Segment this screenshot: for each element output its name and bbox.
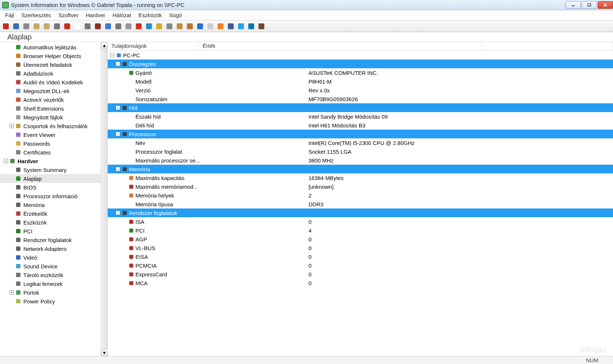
level-icon[interactable]: [93, 22, 102, 31]
maximize-button[interactable]: [582, 1, 597, 9]
tree-item-bios[interactable]: BIOS: [0, 183, 101, 192]
detail-row[interactable]: PCMCIA0: [108, 261, 613, 270]
list-icon[interactable]: [114, 22, 123, 31]
tree-item-logikai-lemezek[interactable]: Logikai lemezek: [0, 279, 101, 288]
expander-icon[interactable]: −: [4, 159, 8, 163]
detail-row[interactable]: Memória helyek2: [108, 191, 613, 200]
expander-icon[interactable]: −: [116, 106, 120, 110]
menu-hálózat[interactable]: Hálózat: [109, 11, 135, 19]
detail-row[interactable]: ISA0: [108, 217, 613, 226]
detail-row[interactable]: Déli hídIntel H61 Módosítás B3: [108, 121, 613, 130]
tree-item-pci[interactable]: PCI: [0, 227, 101, 235]
detail-row[interactable]: SorozatszámMF70B9G05903626: [108, 95, 613, 103]
tree-item-rendszer-foglalatok[interactable]: Rendszer foglalatok: [0, 235, 101, 244]
paste-icon[interactable]: [42, 22, 51, 31]
home-icon[interactable]: [185, 22, 194, 31]
group-icon[interactable]: [175, 22, 184, 31]
facebook-icon[interactable]: [226, 22, 235, 31]
tree-item-shell-extensions[interactable]: Shell Extensions: [0, 104, 101, 113]
help-icon[interactable]: [196, 22, 204, 31]
cut-icon[interactable]: [22, 22, 31, 31]
detail-row[interactable]: ExpressCard0: [108, 270, 613, 279]
tree-item-audi-s-vide-kodekek[interactable]: Audió és Videó Kodekek: [0, 78, 101, 87]
menu-eszközök[interactable]: Eszközök: [135, 11, 165, 19]
scroll-down-button[interactable]: ▾: [101, 349, 107, 356]
expander-icon[interactable]: −: [110, 53, 114, 57]
group--sszegz-s[interactable]: −Összegzés: [108, 60, 613, 68]
group-mem-ria[interactable]: −Memória: [108, 165, 613, 173]
tools-icon[interactable]: [165, 22, 174, 31]
menu-szerkesztés[interactable]: Szerkesztés: [18, 11, 55, 19]
tree-item-t-rol-eszk-z-k[interactable]: Tároló eszközök: [0, 271, 101, 279]
mail-icon[interactable]: [206, 22, 215, 31]
column-header[interactable]: Tulajdonságok Érték: [108, 42, 613, 51]
detail-row[interactable]: EISA0: [108, 252, 613, 261]
stop-icon[interactable]: [63, 22, 72, 31]
expander-icon[interactable]: +: [9, 124, 14, 128]
detail-row[interactable]: GyártóASUSTeK COMPUTER INC.: [108, 68, 613, 77]
rss-icon[interactable]: [216, 22, 225, 31]
tree-item-browser-helper-objects[interactable]: Browser Helper Objects: [0, 51, 101, 60]
tree-item-mem-ria[interactable]: Memória: [0, 200, 101, 209]
tree-item-sound-device[interactable]: Sound Device: [0, 262, 101, 271]
gauge-icon[interactable]: [83, 22, 92, 31]
tree-item-portok[interactable]: +Portok: [0, 288, 101, 297]
detail-row[interactable]: NévIntel(R) Core(TM) i5-2300 CPU @ 2.80G…: [108, 138, 613, 147]
tree-item-alaplap[interactable]: Alaplap: [0, 174, 101, 183]
tree-item-csoportok-s-felhaszn-l-k[interactable]: +Csoportok és felhasználók: [0, 122, 101, 130]
detail-row[interactable]: MCA0: [108, 279, 613, 287]
tree-item--rz-kel-k[interactable]: Érzékelők: [0, 209, 101, 218]
expander-icon[interactable]: −: [116, 167, 120, 171]
copy-icon[interactable]: [32, 22, 41, 31]
col-properties[interactable]: Tulajdonságok: [108, 42, 199, 50]
linkedin-icon[interactable]: [247, 22, 256, 31]
group-h-d[interactable]: −Híd: [108, 103, 613, 112]
expander-icon[interactable]: +: [9, 290, 14, 295]
tree-item-processzor-inform-ci-[interactable]: Processzor információ: [0, 192, 101, 200]
detail-row[interactable]: ModellP8H61-M: [108, 77, 613, 86]
tree-item-eszk-z-k[interactable]: Eszközök: [0, 218, 101, 227]
detail-row[interactable]: PCI4: [108, 226, 613, 235]
group-rendszer-foglalatok[interactable]: −Rendszer foglalatok: [108, 208, 613, 217]
print-icon[interactable]: [53, 22, 61, 31]
detail-root[interactable]: −PC-PC: [108, 51, 613, 60]
save-icon[interactable]: [12, 22, 20, 31]
detail-row[interactable]: Memória típusaDDR3: [108, 200, 613, 208]
scroll-up-button[interactable]: ▴: [101, 42, 107, 49]
tree-item--temezett-feladatok[interactable]: Ütemezett feladatok: [0, 60, 101, 69]
tree-item-network-adapters[interactable]: Network Adapters: [0, 244, 101, 253]
tree-item-activex-vez-rl-k[interactable]: ActiveX vezérlők: [0, 95, 101, 104]
record-icon[interactable]: [134, 22, 143, 31]
tree-item-automatikus-lej-tsz-s[interactable]: Automatikus lejátszás: [0, 43, 101, 51]
tree-item-megnyitott-f-jlok[interactable]: Megnyitott fájlok: [0, 113, 101, 122]
refresh-icon[interactable]: [145, 22, 153, 31]
expander-icon[interactable]: −: [116, 62, 120, 66]
tree-item-certificates[interactable]: Certificates: [0, 148, 101, 157]
exit-icon[interactable]: [1, 22, 10, 31]
tree-item-vide-[interactable]: Videó: [0, 253, 101, 262]
tree-item-megosztott-dll-ek[interactable]: Megosztott DLL-ek: [0, 87, 101, 95]
group-processzor[interactable]: −Processzor: [108, 130, 613, 138]
tree-item-adatb-zisok[interactable]: Adatbázisok: [0, 69, 101, 78]
network-icon[interactable]: [104, 22, 112, 31]
tree-item-passwords[interactable]: Passwords: [0, 139, 101, 148]
expander-icon[interactable]: −: [116, 132, 120, 136]
sidebar-scrollbar[interactable]: ▴ ▾: [101, 42, 107, 356]
detail-row[interactable]: VerzióRev x.0x: [108, 86, 613, 95]
detail-row[interactable]: Maximális memóriamod...[unknown]: [108, 182, 613, 191]
close-button[interactable]: [598, 1, 613, 9]
coffee-icon[interactable]: [257, 22, 266, 31]
expander-icon[interactable]: −: [116, 211, 120, 215]
key-icon[interactable]: [155, 22, 164, 31]
timer-icon[interactable]: [124, 22, 133, 31]
detail-row[interactable]: AGP0: [108, 235, 613, 244]
twitter-icon[interactable]: [237, 22, 245, 31]
detail-row[interactable]: Maximális kapacitás16384 MBytes: [108, 173, 613, 182]
menu-szoftver[interactable]: Szoftver: [55, 11, 82, 19]
tree-item-power-policy[interactable]: Power Policy: [0, 297, 101, 306]
tree-item-hardver[interactable]: −Hardver: [0, 157, 101, 165]
page-icon[interactable]: [73, 22, 82, 31]
menu-hardver[interactable]: Hardver: [82, 11, 109, 19]
detail-row[interactable]: Processzor foglalatSocket 1155 LGA: [108, 147, 613, 156]
detail-row[interactable]: Maximális processzor se...3800 MHz: [108, 156, 613, 165]
